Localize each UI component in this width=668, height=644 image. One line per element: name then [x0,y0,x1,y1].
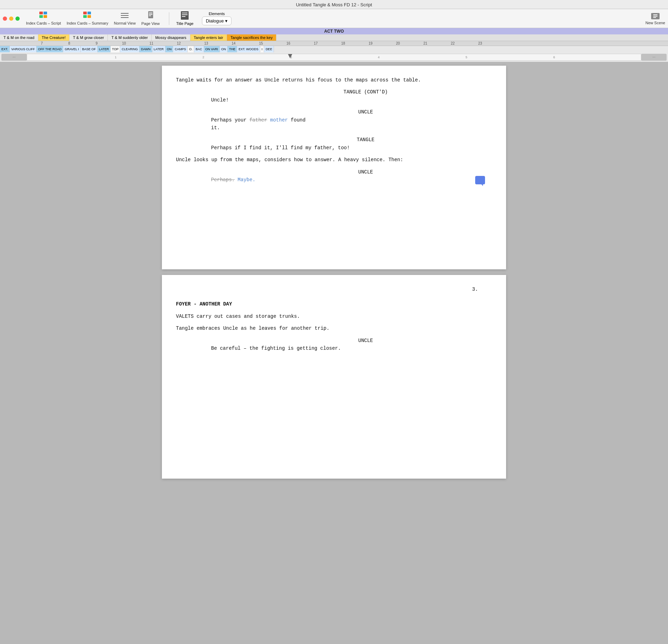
character-uncle-2: UNCLE [176,168,492,176]
action-text-2: Uncle looks up from the maps, considers … [176,157,403,163]
dialogue-uncle-2: Perhaps. Maybe. [176,176,492,184]
tag-top: TOP [111,46,120,52]
tag-clearing: CLEARING [120,46,139,52]
normal-view-label: Normal View [114,21,136,25]
scene-tab-3[interactable]: T & M suddenly older [108,34,152,41]
action-text-4: Tangle embraces Uncle as he leaves for a… [176,326,329,331]
char-name-1: TANGLE (CONT'D) [343,89,388,95]
svg-rect-1 [44,12,47,14]
svg-rect-18 [182,16,185,17]
chevron-down-icon: ▾ [225,18,228,24]
main-area[interactable]: Tangle waits for an answer as Uncle retu… [0,62,668,644]
new-scene-group: New Scene [646,12,665,25]
action-text-1: Tangle waits for an answer as Uncle retu… [176,77,421,83]
scene-tab-0[interactable]: T & M on the road [0,34,38,41]
scene-tab-4[interactable]: Mossy disappears [152,34,190,41]
toolbar: Index Cards – Script Index Cards – Summa… [0,9,668,28]
svg-rect-0 [39,12,43,14]
grid-icon [39,12,48,20]
tag-on-vari: ON VARI [204,46,220,52]
action-line-2: Uncle looks up from the maps, considers … [176,156,492,164]
scene-tab-label-3: T & M suddenly older [111,35,148,40]
svg-rect-7 [87,15,91,18]
location-tags-bar: EXT. VARIOUS CLIFF OFF THE ROAD GRAVEL I… [0,46,668,52]
tag-various-cliff: VARIOUS CLIFF [10,46,37,52]
scene-tab-label-4: Mossy disappears [155,35,186,40]
svg-rect-14 [149,15,151,16]
character-uncle-1: UNCLE [176,108,492,116]
svg-rect-10 [121,17,129,18]
index-cards-script-button[interactable]: Index Cards – Script [24,11,63,26]
toolbar-left: Index Cards – Script Index Cards – Summa… [3,11,162,26]
dial-text-3: Perhaps if I find it, I'll find my fathe… [211,145,350,151]
grid-squares-icon [83,12,92,20]
minimize-button[interactable] [9,17,13,21]
ruler-right-handle[interactable]: ··· [641,54,667,61]
app-title: Untitled Tangle & Moss FD 12 - Script [296,2,372,7]
svg-rect-22 [653,17,656,18]
ruler-numbers: 7 8 9 10 11 12 13 14 15 16 17 18 19 20 2… [0,41,668,45]
tag-off-road: OFF THE ROAD [37,46,63,52]
scene-heading-text: FOYER - ANOTHER DAY [176,301,232,307]
dial-2-part1: Perhaps your [211,117,249,123]
comment-bubble[interactable] [475,176,485,184]
page-number: 3. [176,285,492,293]
action-text-3: VALETS carry out cases and storage trunk… [176,314,300,319]
svg-rect-13 [149,14,152,15]
elements-label: Elements [202,12,231,16]
new-scene-label: New Scene [646,21,665,25]
tag-later2: LATER [152,46,165,52]
new-scene-icon [650,12,660,21]
ruler-left-handle[interactable]: ··· [1,54,27,61]
page-view-button[interactable]: Page View [139,11,162,26]
char-name-5: UNCLE [358,338,373,343]
ruler-numbers-bar: 7 8 9 10 11 12 13 14 15 16 17 18 19 20 2… [0,41,668,46]
tag-ext: EXT. [0,46,10,52]
tag-on1: ON [165,46,173,52]
tag-o: O. [188,46,194,52]
tag-later1: LATER [98,46,111,52]
scene-tab-2[interactable]: T & M grow closer [70,34,108,41]
character-tangle-2: TANGLE [176,136,492,144]
action-line-3: VALETS carry out cases and storage trunk… [176,313,492,320]
act-label: ACT TWO [324,29,344,34]
tag-gravel: GRAVEL I [63,46,81,52]
svg-rect-3 [44,15,47,18]
tag-the: THE [228,46,237,52]
svg-rect-12 [149,13,152,13]
elements-selected: Dialogue [206,18,224,24]
title-page-icon [179,11,190,21]
scene-tab-6[interactable]: Tangle sacrifices the key [227,34,276,41]
title-page-label[interactable]: Title Page [176,21,194,26]
maximize-button[interactable] [15,17,20,21]
close-button[interactable] [3,17,7,21]
svg-rect-21 [653,16,657,17]
page-icon [148,11,154,21]
scene-tab-label-6: Tangle sacrifices the key [230,35,273,40]
script-page-1: Tangle waits for an answer as Uncle retu… [162,66,506,269]
new-scene-button[interactable]: New Scene [646,12,665,25]
dial-4-strike: Perhaps. [211,177,235,183]
scene-tabs: T & M on the road The Creature! T & M gr… [0,34,668,41]
title-page-group: Title Page [176,11,194,26]
index-cards-script-label: Index Cards – Script [26,21,61,25]
svg-rect-9 [121,15,129,16]
scene-tab-1[interactable]: The Creature! [38,34,70,41]
char-name-3: TANGLE [357,137,374,143]
script-content-1: Tangle waits for an answer as Uncle retu… [176,76,492,184]
script-content-2: 3. FOYER - ANOTHER DAY VALETS carry out … [176,285,492,352]
scene-tab-label-5: Tangle enters lair [194,35,223,40]
svg-rect-8 [121,13,129,14]
svg-rect-16 [182,13,188,13]
dialogue-tangle-2: Perhaps if I find it, I'll find my fathe… [176,144,492,152]
tag-on2: ON [220,46,228,52]
dial-2-strike: father [249,117,267,123]
scene-tab-label-1: The Creature! [42,35,66,40]
normal-view-button[interactable]: Normal View [112,11,138,26]
scene-tab-5[interactable]: Tangle enters lair [190,34,227,41]
index-cards-summary-button[interactable]: Index Cards – Summary [65,11,111,26]
toolbar-divider-1 [169,12,169,25]
elements-dropdown[interactable]: Dialogue ▾ [202,17,231,25]
char-name-2: UNCLE [358,109,373,115]
tag-camps: CAMPS [173,46,188,52]
